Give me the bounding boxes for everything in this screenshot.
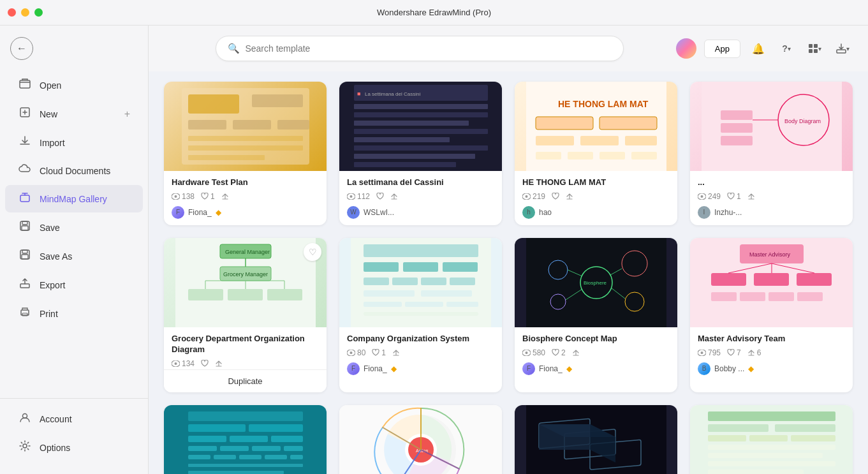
thumb-diagram	[526, 405, 666, 474]
svg-rect-167	[708, 424, 769, 432]
card-intro-excel[interactable]: Introduction to Excel 17	[690, 405, 853, 474]
views-stat: 112	[347, 192, 370, 201]
svg-rect-23	[233, 120, 271, 130]
card-info: Company Organization System 80 1	[339, 327, 502, 381]
help-chevron: ▾	[788, 45, 791, 52]
help-icon: ?	[782, 43, 788, 54]
card-top-right[interactable]: Body Diagram ... 249	[690, 82, 853, 225]
svg-rect-89	[450, 278, 475, 285]
search-input[interactable]	[245, 43, 612, 54]
download-btn[interactable]: ▾	[832, 38, 853, 59]
thumb-diagram: Biosphere	[526, 238, 666, 327]
svg-rect-87	[392, 278, 418, 285]
svg-rect-170	[749, 435, 788, 441]
svg-rect-121	[740, 292, 765, 301]
sidebar-item-cloud-label: Cloud Documents	[40, 166, 110, 176]
author-name: hao	[539, 208, 552, 217]
svg-rect-25	[188, 136, 303, 141]
svg-rect-38	[354, 137, 450, 142]
duplicate-overlay[interactable]: Duplicate	[164, 369, 327, 392]
gold-badge: ◆	[748, 364, 754, 373]
svg-rect-35	[354, 112, 488, 117]
new-icon	[18, 107, 32, 121]
svg-rect-146	[290, 455, 303, 459]
card-function-org[interactable]: Action Function of organization	[339, 405, 502, 474]
sidebar-item-save-label: Save	[40, 223, 60, 233]
svg-rect-47	[600, 117, 657, 130]
svg-text:HE THONG LAM MAT: HE THONG LAM MAT	[558, 99, 649, 109]
svg-rect-134	[249, 424, 303, 432]
sidebar-item-print-label: Print	[40, 309, 58, 319]
sidebar-item-export-label: Export	[40, 280, 65, 290]
sidebar-item-saveas[interactable]: Save As	[5, 242, 143, 270]
thumb-diagram: Master Advisory	[702, 238, 842, 327]
views-stat: 249	[698, 192, 721, 201]
card-grocery-dept[interactable]: General Manager Grocery Manager	[164, 238, 327, 392]
svg-rect-174	[708, 461, 835, 466]
card-title: Company Organization System	[347, 334, 494, 344]
maximize-btn[interactable]	[34, 8, 43, 17]
sidebar-item-options[interactable]: Options	[5, 434, 143, 461]
minimize-btn[interactable]	[21, 8, 29, 17]
help-btn[interactable]: ? ▾	[776, 38, 797, 59]
grid-btn[interactable]: ▾	[804, 38, 825, 59]
sidebar-item-new[interactable]: New +	[5, 100, 143, 128]
svg-rect-143	[214, 455, 236, 459]
sidebar-item-import-label: Import	[40, 138, 65, 148]
svg-rect-0	[20, 80, 30, 88]
likes-stat: 1	[372, 348, 386, 357]
svg-text:■: ■	[357, 91, 360, 97]
card-genesis-family[interactable]: Genesis Family Tree 338	[164, 405, 327, 474]
sidebar-item-cloud[interactable]: Cloud Documents	[5, 158, 143, 184]
card-thumb	[164, 405, 327, 474]
sidebar-item-mindmap-label: MindMap Gallery	[40, 194, 107, 204]
likes-stat	[201, 360, 209, 367]
svg-rect-95	[364, 312, 478, 316]
card-thumb: General Manager Grocery Manager	[164, 238, 327, 327]
notification-btn[interactable]: 🔔	[748, 38, 769, 59]
shares-stat	[390, 193, 398, 200]
svg-rect-20	[188, 94, 239, 114]
card-company-org[interactable]: Company Organization System 80 1	[339, 238, 502, 392]
svg-rect-54	[631, 152, 657, 159]
card-hardware-test-plan[interactable]: Hardware Test Plan 138 1	[164, 82, 327, 225]
card-reduce-time[interactable]: Reduce time of devices grading process i…	[515, 405, 677, 474]
svg-rect-123	[797, 292, 823, 301]
close-btn[interactable]	[8, 8, 16, 17]
sidebar-item-save[interactable]: Save	[5, 214, 143, 241]
svg-rect-88	[421, 278, 446, 285]
card-author: h hao	[522, 206, 670, 219]
card-biosphere[interactable]: Biosphere Biosphere Concept Map 580	[515, 238, 677, 392]
sidebar-item-print[interactable]: Print	[5, 300, 143, 327]
sidebar-item-import[interactable]: Import	[5, 129, 143, 156]
card-he-thong[interactable]: HE THONG LAM MAT H	[515, 82, 677, 225]
author-name: Fiona_	[188, 208, 212, 217]
card-author: W WSLwI...	[347, 206, 494, 219]
user-avatar[interactable]	[676, 38, 696, 59]
sidebar-item-export[interactable]: Export	[5, 271, 143, 299]
sidebar-item-account[interactable]: Account	[5, 405, 143, 433]
mindmap-icon	[18, 191, 32, 206]
svg-rect-93	[405, 302, 443, 307]
svg-rect-52	[568, 152, 593, 159]
app-button[interactable]: App	[704, 40, 740, 58]
sidebar-nav: Open New +	[0, 65, 148, 398]
gold-badge: ◆	[216, 208, 221, 217]
gallery-grid: Hardware Test Plan 138 1	[164, 82, 853, 474]
heart-btn[interactable]: ♡	[304, 243, 321, 261]
svg-rect-82	[364, 244, 478, 257]
grid-icon	[808, 43, 818, 54]
card-cassini[interactable]: ■ La settimana del Cassini	[339, 82, 502, 225]
svg-rect-24	[277, 120, 309, 130]
download-chevron: ▾	[846, 45, 850, 52]
sidebar-item-open[interactable]: Open	[5, 71, 143, 99]
shares-stat: 6	[747, 348, 761, 357]
search-bar[interactable]: 🔍	[216, 36, 624, 61]
card-master-advisory[interactable]: Master Advisory	[690, 238, 853, 392]
gallery-scroll[interactable]: Hardware Test Plan 138 1	[149, 71, 868, 474]
svg-point-130	[701, 352, 703, 354]
author-avatar: F	[347, 362, 360, 375]
svg-rect-128	[800, 306, 820, 314]
sidebar-item-mindmap[interactable]: MindMap Gallery	[5, 185, 143, 212]
back-button[interactable]: ←	[10, 37, 33, 60]
